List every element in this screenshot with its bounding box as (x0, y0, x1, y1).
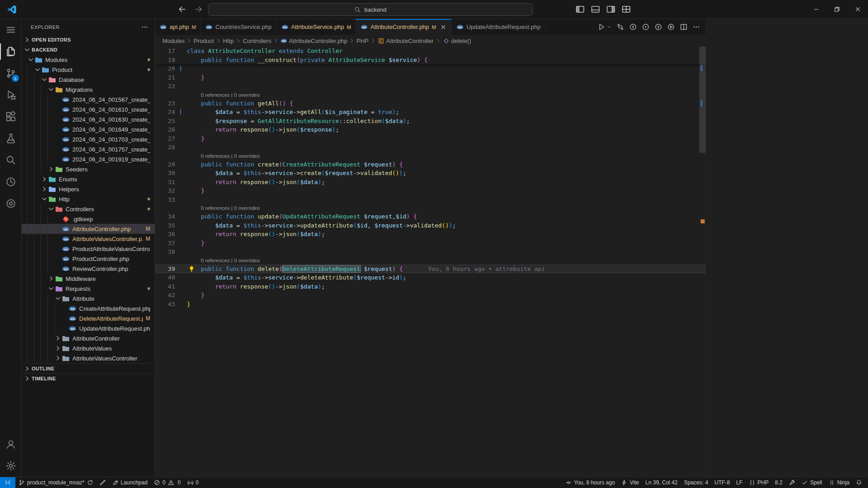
tree-item-createattributerequest-php[interactable]: phpCreateAttributeRequest.php (22, 303, 155, 313)
activity-testing[interactable] (0, 128, 21, 149)
tree-item-updateattributerequest-php[interactable]: phpUpdateAttributeRequest.php (22, 323, 155, 333)
tree-item-2024-06-24-001757-create-prod[interactable]: php2024_06_24_001757_create_prod... (22, 144, 155, 154)
status-problems[interactable]: 00 (151, 477, 184, 488)
tree-item-database[interactable]: Database (22, 75, 155, 85)
status-indentation[interactable]: Spaces: 4 (681, 477, 711, 488)
activity-explorer[interactable] (0, 41, 21, 62)
breadcrumb-attributecontroller-php[interactable]: phpAttributeController.php (280, 38, 347, 44)
run-file-icon[interactable] (667, 23, 675, 31)
tab-attributecontroller-php[interactable]: phpAttributeController.phpM (356, 19, 452, 35)
codelens[interactable]: 0 references | 0 overrides (155, 256, 706, 265)
tree-item-attributecontroller[interactable]: AttributeController (22, 333, 155, 343)
code-line-25[interactable]: 25 $response = GetAllAttributeResource::… (155, 117, 706, 126)
tree-item-reviewcontroller-php[interactable]: phpReviewController.php (22, 264, 155, 274)
activity-extensions[interactable] (0, 106, 21, 128)
tree-item-productcontroller-php[interactable]: phpProductController.php (22, 254, 155, 264)
tree-item-attributevaluescontroller-p[interactable]: phpAttributeValuesController.p...M (22, 234, 155, 244)
outline-section[interactable]: OUTLINE (22, 363, 155, 373)
breadcrumb-modules[interactable]: Modules (162, 38, 185, 44)
tree-item-productattributevaluescontroller[interactable]: phpProductAttributeValuesController... (22, 244, 155, 254)
status-git-blame[interactable]: You, 8 hours ago (562, 477, 618, 488)
code-line-30[interactable]: 30 $data = $this->service->create($reque… (155, 169, 706, 178)
open-editors-section[interactable]: OPEN EDITORS (22, 35, 155, 45)
scrollbar-thumb[interactable] (699, 47, 706, 153)
status-notifications[interactable] (853, 477, 865, 488)
minimize-button[interactable] (806, 0, 826, 19)
code-line-42[interactable]: 42 } (155, 291, 706, 300)
breadcrumb-http[interactable]: Http (223, 38, 234, 44)
tree-item-modules[interactable]: Modules (22, 55, 155, 65)
breadcrumb-attributecontroller[interactable]: AttributeController (378, 38, 434, 44)
more-actions-icon[interactable] (693, 23, 700, 31)
activity-accounts[interactable] (0, 433, 21, 455)
timeline-section[interactable]: TIMELINE (22, 373, 155, 383)
code-line-23[interactable]: 23 public function getAll() { (155, 99, 706, 108)
coverage-icon[interactable] (617, 23, 624, 31)
status-encoding[interactable]: UTF-8 (711, 477, 733, 488)
tree-item-gitkeep[interactable]: .gitkeep (22, 214, 155, 224)
codelens[interactable]: 0 references | 0 overrides (155, 204, 706, 212)
run-dropdown-icon[interactable] (607, 23, 612, 31)
lightbulb-icon[interactable] (188, 265, 195, 272)
tree-item-2024-06-24-001567-create-prod[interactable]: php2024_06_24_001567_create_prod... (22, 95, 155, 104)
nav-back-icon[interactable] (177, 5, 187, 14)
record-icon[interactable] (642, 23, 650, 31)
code-line-26[interactable]: 26 return response()->json($response); (155, 125, 706, 134)
activity-gitlens[interactable] (0, 193, 21, 214)
tree-item-controllers[interactable]: Controllers (22, 204, 155, 214)
status-remote[interactable] (0, 477, 15, 488)
status-spell-checker[interactable]: Spell (798, 477, 825, 488)
activity-run-and-debug[interactable] (0, 84, 21, 106)
status-language-mode[interactable]: PHP (746, 477, 772, 488)
status-cursor-position[interactable]: Ln 39, Col 42 (642, 477, 681, 488)
tab-updateattributerequest-php[interactable]: phpUpdateAttributeRequest.php (452, 19, 545, 35)
code-line-41[interactable]: 41 return response()->json($data); (155, 282, 706, 291)
tree-item-2024-06-24-001703-create-prod[interactable]: php2024_06_24_001703_create_prod... (22, 134, 155, 144)
status-eol[interactable]: LF (733, 477, 746, 488)
split-editor-icon[interactable] (680, 23, 688, 31)
toggle-panel-icon[interactable] (591, 5, 600, 14)
codelens[interactable]: 0 references | 0 overrides (155, 91, 706, 99)
code-line-27[interactable]: 27 } (155, 134, 706, 143)
code-line-21[interactable]: 21 } (155, 73, 706, 82)
activity-menu[interactable] (0, 19, 21, 41)
code-line-43[interactable]: 43} (155, 300, 706, 309)
breadcrumb-product[interactable]: Product (194, 38, 214, 44)
tab-api-php[interactable]: phpapi.phpM (155, 19, 201, 35)
activity-source-control[interactable]: 5 (0, 62, 21, 84)
tab-countriesservice-php[interactable]: phpCountriesService.php (201, 19, 276, 35)
nav-forward-icon[interactable] (194, 5, 204, 14)
status-branch[interactable]: product_module_moaz* (15, 477, 96, 488)
tree-item-enums[interactable]: Enums (22, 174, 155, 184)
tree-item-requests[interactable]: Requests (22, 284, 155, 294)
tree-item-deleteattributerequest-php[interactable]: phpDeleteAttributeRequest.phpM (22, 313, 155, 323)
code-line-32[interactable]: 32 } (155, 186, 706, 195)
code-line-38[interactable]: 38 (155, 247, 706, 256)
nav-forward-icon[interactable] (655, 23, 662, 31)
toggle-secondary-sidebar-icon[interactable] (606, 5, 616, 14)
tree-item-http[interactable]: Http (22, 194, 155, 204)
tree-item-2024-06-24-001919-create-revie[interactable]: php2024_06_24_001919_create_revie... (22, 154, 155, 164)
activity-settings[interactable] (0, 455, 21, 477)
status-ninja[interactable]: Ninja (825, 477, 853, 488)
close-window-button[interactable] (847, 0, 868, 19)
code-line-29[interactable]: 29 public function create(CreateAttribut… (155, 160, 706, 169)
tree-item-attribute[interactable]: Attribute (22, 294, 155, 303)
tree-item-helpers[interactable]: Helpers (22, 184, 155, 194)
tree-item-2024-06-24-001610-create-prod[interactable]: php2024_06_24_001610_create_prod... (22, 104, 155, 114)
status-launchpad[interactable]: Launchpad (109, 477, 151, 488)
breadcrumb-php[interactable]: PHP (356, 38, 369, 44)
restore-button[interactable] (826, 0, 847, 19)
tree-item-2024-06-24-001630-create-attri[interactable]: php2024_06_24_001630_create_attri... (22, 114, 155, 124)
tree-item-attributevaluescontroller[interactable]: AttributeValuesController (22, 353, 155, 363)
tree-item-product[interactable]: Product (22, 65, 155, 75)
activity-search[interactable] (0, 149, 21, 171)
code-line-35[interactable]: 35 $data = $this->service->updateAttribu… (155, 221, 706, 230)
code-line-33[interactable]: 33 (155, 195, 706, 204)
breadcrumb-controllers[interactable]: Controllers (243, 38, 271, 44)
nav-back-icon[interactable] (629, 23, 637, 31)
command-center[interactable]: backend (208, 3, 533, 16)
code-line-19[interactable]: 19 public function __construct(private A… (155, 56, 706, 65)
activity-timeline-view[interactable] (0, 171, 21, 193)
code-line-37[interactable]: 37 } (155, 239, 706, 248)
